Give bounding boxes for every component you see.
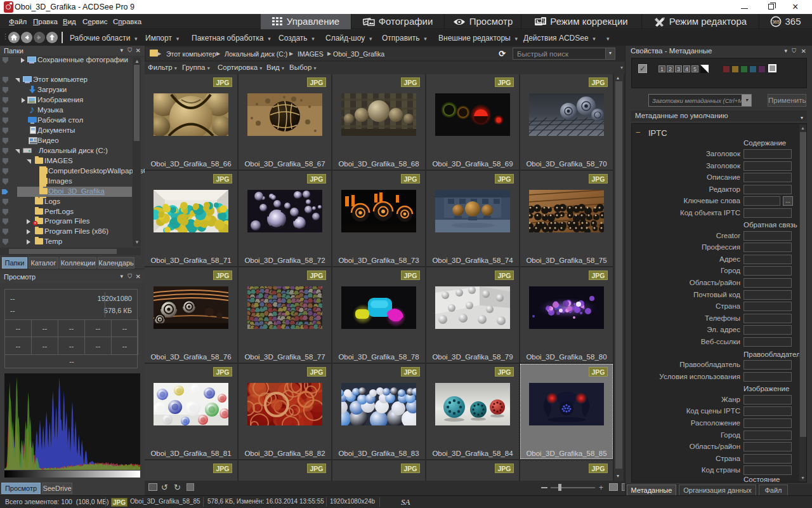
svg-text:365: 365 — [773, 20, 780, 24]
